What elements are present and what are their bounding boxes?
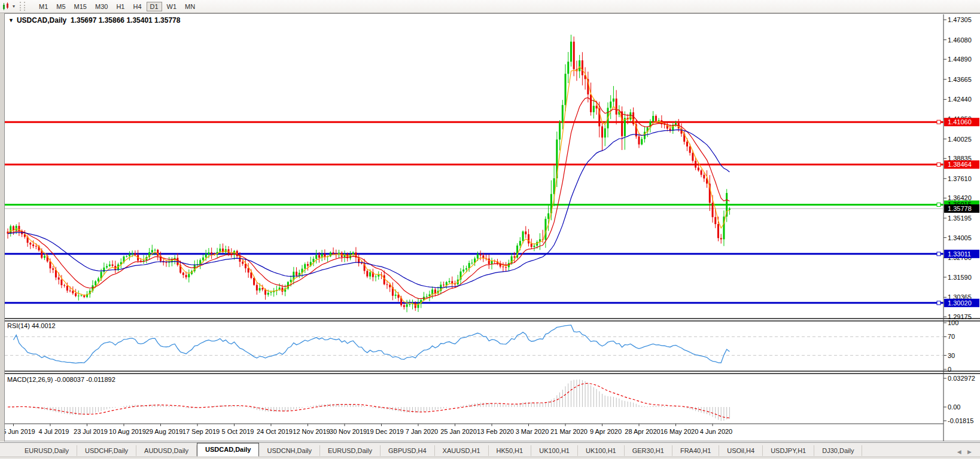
- chart-tab[interactable]: USOil,H4: [719, 445, 763, 456]
- svg-text:4 Jul 2019: 4 Jul 2019: [39, 428, 69, 435]
- chart-tab[interactable]: USDCNH,Daily: [259, 445, 320, 456]
- date-axis[interactable]: 15 Jun 20194 Jul 201923 Jul 201910 Aug 2…: [0, 424, 732, 435]
- svg-text:-0.01815: -0.01815: [948, 417, 973, 424]
- svg-text:1.30020: 1.30020: [948, 299, 972, 307]
- svg-text:70: 70: [948, 333, 955, 340]
- svg-text:1.31590: 1.31590: [948, 274, 972, 281]
- svg-text:0: 0: [948, 366, 951, 373]
- svg-text:30 Nov 2019: 30 Nov 2019: [330, 428, 367, 435]
- svg-text:7 Jan 2020: 7 Jan 2020: [406, 428, 438, 435]
- panel-separator[interactable]: [0, 371, 980, 374]
- macd-indicator-label: MACD(12,26,9) -0.008037 -0.011892: [7, 376, 115, 383]
- chart-tab[interactable]: USDJPY,H1: [763, 445, 814, 456]
- svg-text:29 Aug 2019: 29 Aug 2019: [146, 428, 183, 435]
- svg-text:17 Sep 2019: 17 Sep 2019: [182, 428, 220, 435]
- timeframe-button[interactable]: H1: [112, 2, 128, 11]
- top-toolbar: ▾ M1M5M15M30H1H4D1W1MN: [0, 0, 980, 13]
- svg-text:4 Jun 2020: 4 Jun 2020: [700, 428, 732, 435]
- chart-symbol-label: USDCAD,Daily: [17, 16, 66, 25]
- svg-text:3 Mar 2020: 3 Mar 2020: [516, 428, 549, 435]
- macd-panel: 0.0329720.00-0.01815: [8, 375, 975, 424]
- svg-text:1.43665: 1.43665: [948, 76, 972, 83]
- svg-text:23 Jul 2019: 23 Jul 2019: [74, 428, 108, 435]
- svg-text:10 Aug 2019: 10 Aug 2019: [109, 428, 146, 435]
- svg-text:19 Dec 2019: 19 Dec 2019: [366, 428, 403, 435]
- timeframe-button[interactable]: MN: [181, 2, 199, 11]
- rsi-line: [14, 325, 730, 363]
- chart-tab-bar: EURUSD,DailyUSDCHF,DailyAUDUSD,DailyUSDC…: [0, 442, 980, 457]
- timeframe-button[interactable]: M30: [92, 2, 111, 11]
- rsi-indicator-label: RSI(14) 44.0012: [7, 322, 56, 329]
- svg-text:1.37610: 1.37610: [948, 175, 972, 182]
- chart-tab[interactable]: USDCAD,Daily: [197, 443, 259, 457]
- svg-text:1.33011: 1.33011: [948, 250, 971, 258]
- chart-tab[interactable]: UK100,H1: [578, 445, 625, 456]
- one-click-trading-toggle[interactable]: ▼: [8, 17, 14, 23]
- toolbar-grip[interactable]: [20, 2, 25, 11]
- candlestick-series: [7, 35, 731, 312]
- chart-ohlc-values: 1.35697 1.35866 1.35401 1.35778: [71, 16, 181, 25]
- svg-text:1.47305: 1.47305: [948, 16, 972, 23]
- chart-canvas[interactable]: 1.473051.460801.448901.436651.424401.412…: [0, 0, 980, 459]
- macd-signal-line: [8, 383, 729, 418]
- timeframe-button[interactable]: W1: [163, 2, 181, 11]
- chart-tab[interactable]: UK100,H1: [531, 445, 578, 456]
- chart-tab[interactable]: USDCHF,Daily: [77, 445, 136, 456]
- horizontal-level-lines[interactable]: [5, 120, 944, 305]
- chart-tab[interactable]: DJ30,Daily: [814, 445, 862, 456]
- chart-tab[interactable]: HK50,H1: [489, 445, 532, 456]
- panel-separator[interactable]: [0, 319, 980, 321]
- svg-text:1.44890: 1.44890: [948, 56, 972, 63]
- svg-text:1.40025: 1.40025: [948, 136, 972, 143]
- chart-tab[interactable]: FRA40,H1: [672, 445, 719, 456]
- chart-tab[interactable]: GBPUSD,H4: [381, 445, 435, 456]
- svg-text:1.41060: 1.41060: [948, 118, 972, 126]
- window-left-border: [0, 13, 5, 442]
- tab-scroll-arrows[interactable]: ◀ ▶: [957, 449, 980, 455]
- svg-text:100: 100: [948, 319, 958, 326]
- rsi-axis: 10070300: [944, 319, 958, 373]
- svg-text:1.38464: 1.38464: [948, 161, 972, 168]
- macd-axis: 0.0329720.00-0.01815: [944, 375, 975, 424]
- svg-text:25 Jan 2020: 25 Jan 2020: [440, 428, 477, 435]
- status-strip: [0, 457, 980, 459]
- chart-title: ▼USDCAD,Daily 1.35697 1.35866 1.35401 1.…: [8, 16, 180, 25]
- svg-text:15 Jun 2019: 15 Jun 2019: [0, 428, 35, 435]
- chart-type-icon: [2, 2, 11, 11]
- svg-text:0.032972: 0.032972: [948, 375, 975, 382]
- timeframe-button[interactable]: D1: [147, 2, 162, 11]
- chart-type-button[interactable]: ▾: [0, 1, 17, 12]
- svg-text:1.35195: 1.35195: [948, 215, 972, 222]
- svg-text:16 May 2020: 16 May 2020: [661, 428, 699, 435]
- svg-text:5 Oct 2019: 5 Oct 2019: [222, 428, 254, 435]
- timeframe-group: M1M5M15M30H1H4D1W1MN: [35, 0, 199, 13]
- svg-text:1.34005: 1.34005: [948, 234, 972, 241]
- chart-tab[interactable]: EURUSD,Daily: [17, 445, 77, 456]
- chart-tabs: EURUSD,DailyUSDCHF,DailyAUDUSD,DailyUSDC…: [17, 443, 862, 457]
- svg-text:12 Nov 2019: 12 Nov 2019: [293, 428, 330, 435]
- svg-text:28 Apr 2020: 28 Apr 2020: [625, 428, 660, 435]
- timeframe-button[interactable]: M15: [71, 2, 90, 11]
- chart-tab[interactable]: XAUUSD,H1: [435, 445, 489, 456]
- chart-tab[interactable]: EURUSD,Daily: [320, 445, 381, 456]
- svg-text:21 Mar 2020: 21 Mar 2020: [550, 428, 588, 435]
- svg-text:1.35778: 1.35778: [948, 205, 972, 212]
- svg-text:13 Feb 2020: 13 Feb 2020: [477, 428, 514, 435]
- svg-text:30: 30: [948, 352, 955, 359]
- svg-text:24 Oct 2019: 24 Oct 2019: [257, 428, 293, 435]
- timeframe-button[interactable]: M5: [53, 2, 69, 11]
- chevron-down-icon[interactable]: ▾: [13, 4, 15, 9]
- svg-text:0.00: 0.00: [948, 403, 960, 411]
- rsi-panel: 10070300: [5, 319, 958, 373]
- macd-histogram: [8, 380, 729, 421]
- chart-tab[interactable]: GER30,H1: [625, 445, 672, 456]
- timeframe-button[interactable]: M1: [35, 2, 51, 11]
- chart-tab[interactable]: AUDUSD,Daily: [136, 445, 197, 456]
- svg-text:1.42440: 1.42440: [948, 96, 972, 103]
- svg-text:1.46080: 1.46080: [948, 36, 972, 44]
- timeframe-button[interactable]: H4: [129, 2, 145, 11]
- svg-text:9 Apr 2020: 9 Apr 2020: [590, 428, 622, 435]
